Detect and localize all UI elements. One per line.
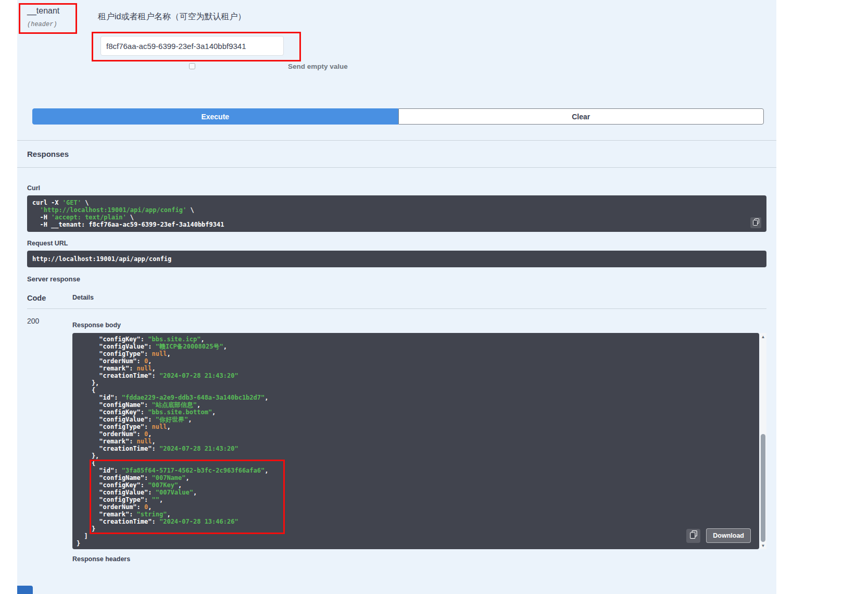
send-empty-checkbox[interactable] xyxy=(189,63,195,69)
parameter-description-column: 租户id或者租户名称（可空为默认租户） Send empty value xyxy=(98,3,766,73)
request-url-label: Request URL xyxy=(27,240,766,247)
responses-title: Responses xyxy=(27,150,69,158)
send-empty-row: Send empty value xyxy=(98,63,766,73)
curl-command: curl -X 'GET' \ 'http://localhost:19001/… xyxy=(32,199,761,228)
request-url-block: http://localhost:19001/api/app/config xyxy=(27,251,766,267)
response-body-block: "configKey": "bbs.site.icp", "configValu… xyxy=(72,333,759,549)
status-code: 200 xyxy=(27,309,72,567)
scrollbar-up-arrow[interactable]: ▲ xyxy=(760,333,766,340)
responses-body: Curl curl -X 'GET' \ 'http://localhost:1… xyxy=(17,168,776,567)
responses-header: Responses xyxy=(17,140,776,168)
annotation-box-parameter-value xyxy=(92,32,301,61)
clipboard-icon xyxy=(753,218,759,228)
copy-response-button[interactable] xyxy=(686,529,700,543)
send-empty-label: Send empty value xyxy=(288,63,348,70)
response-details-cell: Response body "configKey": "bbs.site.icp… xyxy=(72,309,766,567)
response-body-json: "configKey": "bbs.site.icp", "configValu… xyxy=(77,336,755,547)
parameter-location: (header) xyxy=(27,21,73,28)
parameter-description: 租户id或者租户名称（可空为默认租户） xyxy=(98,11,766,22)
response-headers-label: Response headers xyxy=(72,555,766,567)
response-body-label: Response body xyxy=(72,321,766,329)
curl-block: curl -X 'GET' \ 'http://localhost:19001/… xyxy=(27,195,766,232)
parameters-section: __tenant (header) 租户id或者租户名称（可空为默认租户） Se… xyxy=(17,0,776,73)
clipboard-icon xyxy=(690,530,697,541)
code-column-header: Code xyxy=(27,294,72,302)
copy-curl-button[interactable] xyxy=(750,217,761,228)
clear-button[interactable]: Clear xyxy=(398,108,764,125)
download-button[interactable]: Download xyxy=(706,528,751,543)
server-response-label: Server response xyxy=(27,275,766,283)
next-endpoint-method-chip[interactable] xyxy=(17,586,33,594)
curl-label: Curl xyxy=(27,184,766,192)
server-response-table: Code Details 200 Response body "configKe… xyxy=(27,289,766,567)
response-body-wrapper: "configKey": "bbs.site.icp", "configValu… xyxy=(72,333,766,549)
server-response-table-header: Code Details xyxy=(27,289,766,309)
response-body-scrollbar[interactable]: ▲ ▼ xyxy=(760,333,766,549)
scrollbar-down-arrow[interactable]: ▼ xyxy=(760,542,766,549)
execute-button[interactable]: Execute xyxy=(32,108,398,125)
tenant-value-input[interactable] xyxy=(100,36,284,56)
parameter-name-column: __tenant (header) xyxy=(27,3,98,73)
opblock-body: __tenant (header) 租户id或者租户名称（可空为默认租户） Se… xyxy=(17,0,776,594)
response-body-actions: Download xyxy=(686,528,751,543)
parameter-name: __tenant xyxy=(27,6,73,16)
scrollbar-thumb[interactable] xyxy=(761,434,765,542)
details-column-header: Details xyxy=(72,294,94,302)
server-response-row: 200 Response body "configKey": "bbs.site… xyxy=(27,309,766,567)
execute-wrapper: Execute Clear xyxy=(32,108,764,125)
annotation-box-parameter-name: __tenant (header) xyxy=(19,3,77,34)
request-url-value: http://localhost:19001/api/app/config xyxy=(32,255,761,263)
